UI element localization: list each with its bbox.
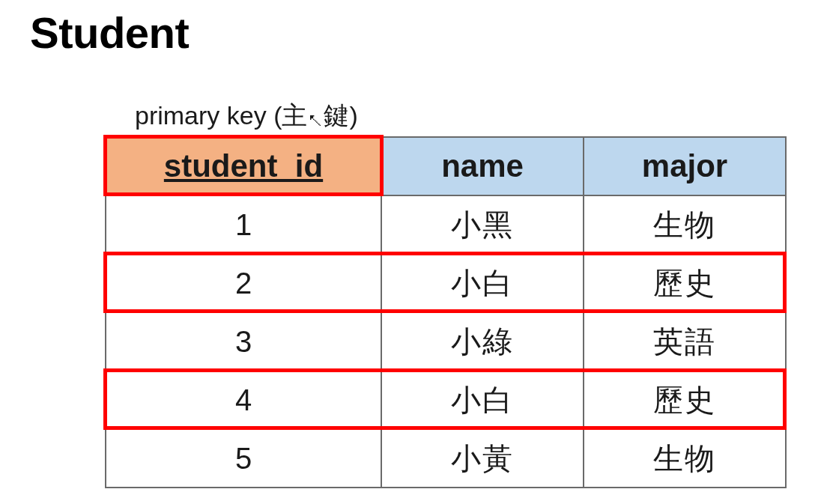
cell-major: 生物	[584, 195, 786, 254]
cell-name: 小白	[381, 254, 584, 312]
cell-student-id: 1	[106, 195, 381, 254]
table-row: 1 小黑 生物	[106, 195, 786, 254]
col-header-student-id: student_id	[106, 137, 381, 195]
cell-student-id: 3	[106, 312, 381, 371]
cell-major: 生物	[584, 429, 786, 488]
table-header-row: student_id name major	[106, 137, 786, 195]
primary-key-label: primary key (主⭦鍵)	[135, 99, 358, 133]
student-table-container: student_id name major 1 小黑 生物 2 小白 歷史 3 …	[105, 136, 787, 488]
page-title: Student	[30, 7, 189, 58]
cell-major: 英語	[584, 312, 786, 371]
col-header-name: name	[381, 137, 584, 195]
cell-name: 小白	[381, 371, 584, 429]
pk-label-prefix: primary key (主	[135, 101, 307, 130]
cell-student-id: 5	[106, 429, 381, 488]
cell-name: 小黃	[381, 429, 584, 488]
cell-major: 歷史	[584, 254, 786, 312]
table-row: 2 小白 歷史	[106, 254, 786, 312]
cell-student-id: 2	[106, 254, 381, 312]
student-table: student_id name major 1 小黑 生物 2 小白 歷史 3 …	[105, 136, 787, 488]
cell-name: 小綠	[381, 312, 584, 371]
table-row: 5 小黃 生物	[106, 429, 786, 488]
pk-label-suffix: 鍵)	[324, 101, 357, 130]
col-header-major: major	[584, 137, 786, 195]
cell-student-id: 4	[106, 371, 381, 429]
cursor-icon: ⭦	[307, 111, 324, 130]
cell-major: 歷史	[584, 371, 786, 429]
cell-name: 小黑	[381, 195, 584, 254]
table-row: 4 小白 歷史	[106, 371, 786, 429]
table-row: 3 小綠 英語	[106, 312, 786, 371]
